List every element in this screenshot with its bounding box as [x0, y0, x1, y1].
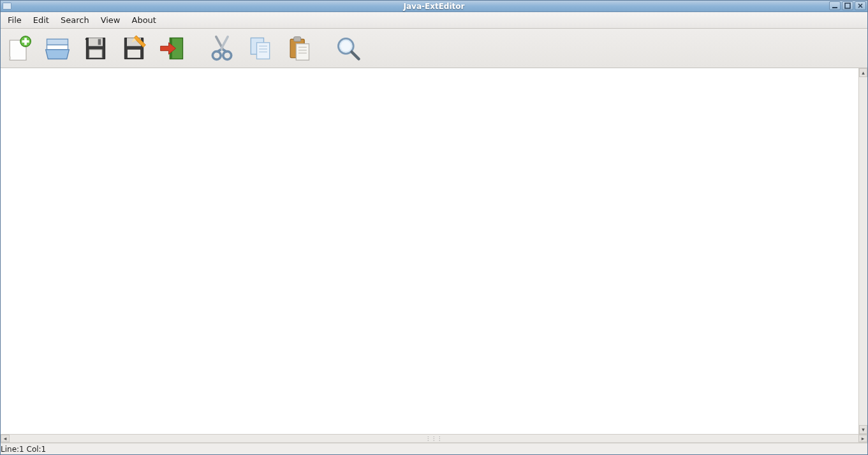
- close-button[interactable]: [855, 1, 866, 10]
- close-file-button[interactable]: [156, 32, 188, 64]
- open-file-button[interactable]: [41, 32, 73, 64]
- menu-file[interactable]: File: [2, 13, 27, 27]
- menu-edit[interactable]: Edit: [27, 13, 55, 27]
- svg-rect-5: [47, 39, 68, 45]
- svg-rect-1: [845, 3, 850, 8]
- new-file-icon: [5, 34, 33, 62]
- minimize-button[interactable]: [829, 1, 841, 10]
- svg-rect-9: [89, 49, 102, 57]
- scroll-left-icon[interactable]: ◂: [1, 435, 10, 442]
- scissors-icon: [208, 34, 236, 62]
- svg-rect-8: [98, 39, 101, 45]
- scrollbar-track[interactable]: ⋮⋮⋮: [10, 435, 858, 442]
- paste-button[interactable]: [283, 32, 314, 64]
- menu-about[interactable]: About: [126, 13, 161, 27]
- svg-point-28: [341, 41, 351, 52]
- save-button[interactable]: [80, 32, 112, 64]
- app-icon: [3, 3, 11, 10]
- editor-area: ▴ ▾: [1, 68, 867, 434]
- cut-button[interactable]: [206, 32, 238, 64]
- titlebar: Java-ExtEditor: [1, 1, 867, 12]
- menu-view[interactable]: View: [95, 13, 126, 27]
- maximize-button[interactable]: [842, 1, 853, 10]
- statusbar: Line:1 Col:1: [1, 443, 867, 454]
- horizontal-scrollbar[interactable]: ◂ ⋮⋮⋮ ▸: [1, 434, 867, 443]
- svg-rect-23: [296, 43, 309, 60]
- svg-rect-17: [257, 42, 270, 59]
- find-button[interactable]: [332, 32, 364, 64]
- scroll-down-icon[interactable]: ▾: [859, 425, 867, 434]
- svg-rect-22: [294, 36, 301, 41]
- copy-icon: [246, 34, 274, 62]
- svg-rect-6: [47, 45, 68, 49]
- text-editor[interactable]: [1, 68, 858, 434]
- window-controls: [829, 1, 866, 10]
- svg-rect-4: [22, 40, 29, 43]
- save-icon: [82, 34, 110, 62]
- new-file-button[interactable]: [3, 32, 35, 64]
- svg-point-15: [223, 51, 232, 59]
- paste-icon: [284, 34, 313, 62]
- application-window: Java-ExtEditor File Edit Search View Abo…: [0, 0, 868, 455]
- svg-rect-11: [128, 49, 140, 57]
- svg-rect-0: [832, 7, 837, 8]
- scroll-up-icon[interactable]: ▴: [859, 68, 867, 77]
- vertical-scrollbar[interactable]: ▴ ▾: [858, 68, 867, 434]
- open-folder-icon: [43, 34, 71, 62]
- scroll-right-icon[interactable]: ▸: [858, 435, 867, 442]
- copy-button[interactable]: [244, 32, 276, 64]
- window-title: Java-ExtEditor: [404, 2, 465, 11]
- cursor-position: Line:1 Col:1: [1, 445, 46, 454]
- toolbar: [1, 29, 867, 68]
- exit-icon: [158, 34, 186, 62]
- magnifier-icon: [334, 34, 362, 62]
- menubar: File Edit Search View About: [1, 12, 867, 29]
- save-as-icon: [120, 34, 148, 62]
- menu-search[interactable]: Search: [55, 13, 95, 27]
- save-as-button[interactable]: [118, 32, 150, 64]
- svg-point-14: [212, 51, 221, 59]
